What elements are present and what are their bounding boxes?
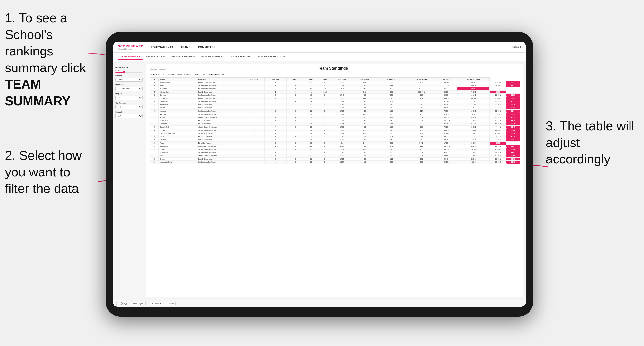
- table-cell: Southern Conference: [197, 132, 244, 135]
- table-cell: -: [244, 87, 265, 90]
- table-cell: Mississippi State: [159, 161, 197, 164]
- table-cell: 5: [265, 157, 287, 161]
- table-cell: 0: [318, 157, 332, 161]
- table-cell: 23: [304, 81, 318, 84]
- conference-select[interactable]: (All): [116, 105, 142, 109]
- table-cell: 1: [265, 84, 287, 87]
- table-cell: 27: [304, 119, 318, 122]
- table-cell: 23-16-2: [490, 132, 506, 135]
- school-select[interactable]: (All): [116, 114, 142, 118]
- table-cell: 39-23-1: [490, 106, 506, 109]
- nav-tournaments[interactable]: TOURNAMENTS: [151, 46, 173, 49]
- table-cell: 215: [407, 145, 436, 148]
- table-cell: 83-15-0: [436, 116, 457, 119]
- table-cell: 0.97: [376, 161, 407, 164]
- toolbar-forward-icon[interactable]: [120, 302, 123, 305]
- table-cell: 4: [318, 132, 332, 135]
- table-cell: 4: [318, 81, 332, 84]
- table-cell: 4: [265, 125, 287, 129]
- subnav-team-h2h-grid[interactable]: TEAM H2H GRID: [144, 54, 168, 60]
- table-cell: 26: [150, 161, 159, 164]
- table-cell: 9-10-1: [457, 132, 490, 135]
- table-cell: -: [244, 154, 265, 157]
- table-cell: -5.0: [353, 94, 376, 97]
- table-cell: 14-21-0: [457, 106, 490, 109]
- table-cell: -6.0: [353, 116, 376, 119]
- table-cell: -3.6: [353, 109, 376, 113]
- table-cell: 100-27-1: [407, 90, 436, 94]
- table-cell: 88-26-1: [436, 106, 457, 109]
- table-cell: 8: [286, 113, 304, 116]
- table-cell: 20: [150, 141, 159, 145]
- table-cell: 80.04: [506, 109, 520, 113]
- table-cell: 2.52: [353, 90, 376, 94]
- table-cell: 22: [150, 148, 159, 151]
- range-thumb[interactable]: [123, 71, 125, 73]
- sign-out-link[interactable]: Sign out: [512, 46, 521, 48]
- table-row: 14OklahomaBig 12 Conference-28242278.5-3…: [150, 122, 520, 125]
- table-cell: -6.2: [353, 125, 376, 129]
- table-cell: -: [244, 84, 265, 87]
- table-cell: 3: [265, 94, 287, 97]
- table-cell: 30-15-1: [457, 122, 490, 125]
- table-cell: -: [244, 148, 265, 151]
- toolbar-separator-1: [129, 302, 129, 305]
- table-cell: -: [244, 135, 265, 138]
- range-fill: [116, 72, 124, 73]
- table-cell: 88-17-0: [436, 81, 457, 84]
- table-cell: Tennessee: [159, 100, 197, 103]
- subnav-player-summary[interactable]: PLAYER SUMMARY: [199, 54, 226, 60]
- table-cell: Southeastern Conference: [197, 129, 244, 132]
- standings-table: # School Conference Reg Rank Conf Rank N…: [150, 77, 520, 164]
- nav-teams[interactable]: TEAMS: [180, 46, 191, 49]
- region-select[interactable]: N/A All: [116, 96, 142, 100]
- table-cell: 24: [304, 122, 318, 125]
- table-cell: 8: [150, 103, 159, 106]
- table-cell: Big Ten Conference: [197, 135, 244, 138]
- table-cell: 1: [150, 81, 159, 84]
- view-original-button[interactable]: View: Original: [131, 302, 146, 305]
- table-cell: -: [244, 106, 265, 109]
- subnav-player-h2h-heatmap[interactable]: PLAYER H2H HEATMAP: [255, 54, 288, 60]
- table-cell: 9: [318, 151, 332, 154]
- table-cell: 2: [318, 100, 332, 103]
- table-cell: 4: [265, 100, 287, 103]
- table-cell: -: [244, 161, 265, 164]
- table-cell: 61-21-0: [436, 100, 457, 103]
- table-cell: 3: [150, 87, 159, 90]
- table-cell: 4-21-0: [457, 161, 490, 164]
- subnav-player-h2h-grid[interactable]: PLAYER H2H GRID: [227, 54, 254, 60]
- division-select[interactable]: NCAA Division I NCAA Division II NCAA Di…: [116, 87, 142, 91]
- update-time: Update time: 27/03/2024 16:56:26: [150, 66, 166, 71]
- navbar: SCOREBOARD Powered by clippd TOURNAMENTS…: [113, 42, 526, 52]
- subnav-team-summary[interactable]: TEAM SUMMARY: [118, 54, 142, 60]
- table-cell: 6: [150, 97, 159, 100]
- toolbar-back-icon[interactable]: [116, 302, 119, 305]
- table-cell: 278.3: [331, 125, 353, 129]
- table-cell: Florida: [159, 129, 197, 132]
- table-cell: 1.85: [376, 122, 407, 125]
- table-cell: 2.37: [376, 94, 407, 97]
- subnav-team-h2h-heatmap[interactable]: TEAM H2H HEATMAP: [168, 54, 198, 60]
- table-cell: 6: [318, 84, 332, 87]
- watch-button[interactable]: 👁 Watch ▾: [150, 302, 163, 305]
- table-cell: 1: [318, 148, 332, 151]
- table-cell: 13-13-0: [457, 135, 490, 138]
- table-cell: 9: [150, 106, 159, 109]
- share-button[interactable]: ⬡ Share: [165, 302, 176, 305]
- toolbar-reload-icon[interactable]: [124, 302, 127, 305]
- table-cell: Atlantic Coast Conference: [197, 125, 244, 129]
- table-row: 11ArkansasSoutheastern Conference-682632…: [150, 113, 520, 116]
- table-cell: 30: [304, 141, 318, 145]
- table-cell: Pac-12 Conference: [197, 157, 244, 161]
- table-cell: 1.28: [376, 148, 407, 151]
- table-cell: 269: [376, 141, 407, 145]
- table-row: 1North CarolinaAtlantic Coast Conference…: [150, 81, 520, 84]
- table-cell: 278.7: [331, 145, 353, 148]
- table-cell: 264: [407, 97, 436, 100]
- table-cell: 274.2: [318, 90, 332, 94]
- table-cell: Duke: [159, 154, 197, 157]
- table-cell: 24: [304, 129, 318, 132]
- nav-committee[interactable]: COMMITTEE: [198, 46, 216, 49]
- gender-select[interactable]: Men's Women's: [116, 78, 142, 82]
